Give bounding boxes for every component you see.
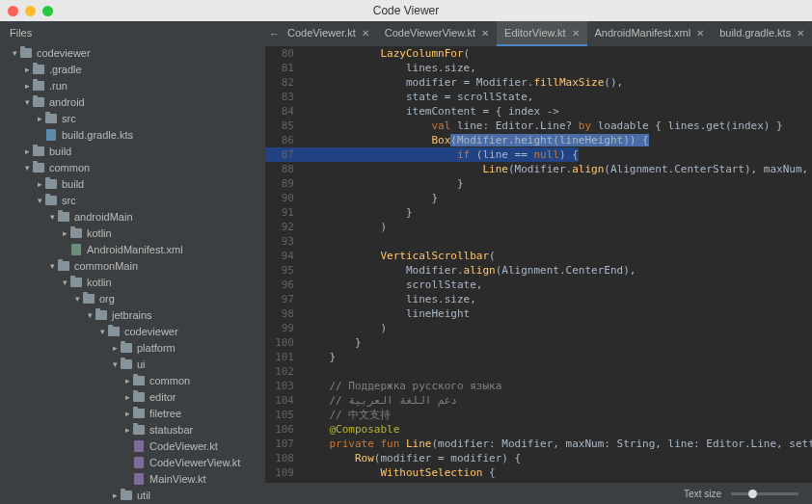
tree-item[interactable]: ▸.run bbox=[0, 77, 265, 93]
close-icon[interactable]: ✕ bbox=[362, 28, 369, 39]
code-text[interactable]: lineHeight bbox=[304, 306, 470, 321]
chevron-right-icon[interactable]: ▸ bbox=[60, 228, 69, 238]
code-text[interactable]: } bbox=[304, 205, 413, 220]
tree-item[interactable]: ▸.gradle bbox=[0, 61, 265, 77]
code-line[interactable]: 103 // Поддержка русского языка bbox=[265, 379, 812, 393]
code-line[interactable]: 84 itemContent = { index -> bbox=[265, 104, 812, 119]
code-line[interactable]: 98 lineHeight bbox=[265, 306, 812, 321]
close-icon[interactable]: ✕ bbox=[481, 28, 489, 39]
tree-item[interactable]: ▾jetbrains bbox=[0, 306, 265, 323]
code-line[interactable]: 96 scrollState, bbox=[265, 278, 812, 292]
close-icon[interactable]: ✕ bbox=[797, 28, 804, 39]
tree-item[interactable]: AndroidManifest.xml bbox=[0, 241, 265, 257]
chevron-down-icon[interactable]: ▾ bbox=[10, 48, 19, 58]
code-text[interactable]: } bbox=[304, 350, 336, 364]
code-text[interactable]: itemContent = { index -> bbox=[304, 104, 559, 119]
tree-item[interactable]: ▸build bbox=[0, 143, 265, 159]
code-line[interactable]: 83 state = scrollState, bbox=[265, 90, 812, 104]
tab[interactable]: EditorView.kt✕ bbox=[497, 21, 586, 46]
code-text[interactable]: Row(modifier = modifier) { bbox=[304, 451, 521, 465]
code-text[interactable]: lines.size, bbox=[304, 292, 476, 306]
tree-item[interactable]: CodeViewerView.kt bbox=[0, 454, 265, 470]
tree-item[interactable]: ▸statusbar bbox=[0, 421, 265, 438]
chevron-right-icon[interactable]: ▸ bbox=[110, 491, 120, 500]
code-text[interactable]: lines.size, bbox=[304, 61, 476, 75]
chevron-right-icon[interactable]: ▸ bbox=[110, 343, 120, 353]
tree-item[interactable]: MainView.kt bbox=[0, 470, 265, 487]
code-line[interactable]: 94 VerticalScrollbar( bbox=[265, 249, 812, 263]
code-line[interactable]: 99 ) bbox=[265, 321, 812, 335]
code-line[interactable]: 91 } bbox=[265, 205, 812, 220]
chevron-down-icon[interactable]: ▾ bbox=[22, 163, 32, 172]
code-line[interactable]: 86 Box(Modifier.height(lineHeight)) { bbox=[265, 133, 812, 147]
code-text[interactable]: scrollState, bbox=[304, 278, 482, 292]
chevron-down-icon[interactable]: ▾ bbox=[35, 196, 44, 205]
close-icon[interactable] bbox=[8, 6, 18, 16]
tree-item[interactable]: ▸common bbox=[0, 372, 265, 388]
tree-item[interactable]: ▾android bbox=[0, 93, 265, 110]
code-line[interactable]: 88 Line(Modifier.align(Alignment.CenterS… bbox=[265, 162, 812, 176]
code-text[interactable]: ) bbox=[304, 321, 387, 335]
code-text[interactable]: WithoutSelection { bbox=[304, 465, 496, 480]
code-text[interactable]: // دعم اللغة العربية bbox=[304, 393, 457, 408]
code-line[interactable]: 97 lines.size, bbox=[265, 292, 812, 306]
tree-item[interactable]: ▾codeviewer bbox=[0, 323, 265, 339]
code-line[interactable]: 107 private fun Line(modifier: Modifier,… bbox=[265, 437, 812, 451]
code-text[interactable]: } bbox=[304, 191, 438, 205]
textsize-slider[interactable] bbox=[731, 492, 798, 495]
code-line[interactable]: 106 @Composable bbox=[265, 422, 812, 437]
code-line[interactable]: 87 if (line == null) { bbox=[265, 147, 812, 162]
chevron-right-icon[interactable]: ▸ bbox=[22, 65, 32, 74]
slider-thumb[interactable] bbox=[748, 490, 757, 498]
chevron-right-icon[interactable]: ▸ bbox=[35, 179, 44, 189]
maximize-icon[interactable] bbox=[42, 6, 53, 16]
code-text[interactable]: } bbox=[304, 335, 362, 350]
code-text[interactable]: // Поддержка русского языка bbox=[304, 379, 501, 393]
chevron-down-icon[interactable]: ▾ bbox=[97, 327, 107, 336]
code-text[interactable]: ) bbox=[304, 220, 387, 234]
code-line[interactable]: 108 Row(modifier = modifier) { bbox=[265, 451, 812, 465]
code-text[interactable]: Box(Modifier.height(lineHeight)) { bbox=[304, 133, 649, 147]
chevron-down-icon[interactable]: ▾ bbox=[60, 278, 69, 287]
code-text[interactable]: modifier = Modifier.fillMaxSize(), bbox=[304, 75, 623, 90]
tree-item[interactable]: ▸src bbox=[0, 110, 265, 126]
chevron-right-icon[interactable]: ▸ bbox=[122, 425, 132, 435]
chevron-down-icon[interactable]: ▾ bbox=[47, 212, 57, 222]
code-text[interactable]: } bbox=[304, 176, 464, 191]
chevron-right-icon[interactable]: ▸ bbox=[35, 114, 44, 123]
code-text[interactable]: Line(Modifier.align(Alignment.CenterStar… bbox=[304, 162, 812, 176]
code-line[interactable]: 82 modifier = Modifier.fillMaxSize(), bbox=[265, 75, 812, 90]
tab[interactable]: AndroidManifest.xml✕ bbox=[587, 21, 713, 46]
chevron-right-icon[interactable]: ▸ bbox=[122, 409, 132, 418]
code-text[interactable]: state = scrollState, bbox=[304, 90, 533, 104]
tab[interactable]: CodeViewerView.kt✕ bbox=[377, 21, 497, 46]
chevron-down-icon[interactable]: ▾ bbox=[47, 261, 57, 271]
code-line[interactable]: 101 } bbox=[265, 350, 812, 364]
chevron-right-icon[interactable]: ▸ bbox=[122, 376, 132, 385]
tree-item[interactable]: ▸util bbox=[0, 487, 265, 503]
close-icon[interactable]: ✕ bbox=[696, 28, 704, 39]
code-line[interactable]: 92 ) bbox=[265, 220, 812, 234]
tab[interactable]: build.gradle.kts✕ bbox=[712, 21, 812, 46]
code-text[interactable]: @Composable bbox=[304, 422, 399, 437]
tree-item[interactable]: ▾common bbox=[0, 159, 265, 175]
code-line[interactable]: 89 } bbox=[265, 176, 812, 191]
tree-item[interactable]: CodeViewer.kt bbox=[0, 438, 265, 454]
code-line[interactable]: 85 val line: Editor.Line? by loadable { … bbox=[265, 119, 812, 133]
tree-item[interactable]: ▾codeviewer bbox=[0, 44, 265, 61]
tree-item[interactable]: ▾androidMain bbox=[0, 208, 265, 225]
chevron-down-icon[interactable]: ▾ bbox=[85, 310, 95, 320]
code-text[interactable]: val line: Editor.Line? by loadable { lin… bbox=[304, 119, 783, 133]
tree-item[interactable]: build.gradle.kts bbox=[0, 126, 265, 143]
code-editor[interactable]: 80 LazyColumnFor(81 lines.size,82 modifi… bbox=[265, 46, 812, 483]
back-icon[interactable]: ← bbox=[269, 21, 280, 46]
tree-item[interactable]: ▸build bbox=[0, 175, 265, 192]
code-text[interactable]: VerticalScrollbar( bbox=[304, 249, 496, 263]
close-icon[interactable]: ✕ bbox=[572, 28, 580, 39]
code-line[interactable]: 104 // دعم اللغة العربية bbox=[265, 393, 812, 408]
code-line[interactable]: 81 lines.size, bbox=[265, 61, 812, 75]
code-line[interactable]: 93 bbox=[265, 234, 812, 249]
chevron-right-icon[interactable]: ▸ bbox=[22, 146, 32, 156]
code-line[interactable]: 80 LazyColumnFor( bbox=[265, 46, 812, 61]
code-text[interactable]: // 中文支持 bbox=[304, 408, 391, 422]
